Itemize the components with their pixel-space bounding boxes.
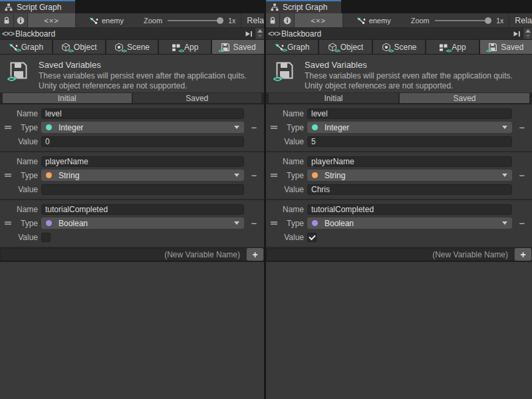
variable-scope-tabs: <> Graph <> Object <> Scene <> App <> Sa… bbox=[0, 40, 264, 55]
variable-value-input[interactable] bbox=[307, 136, 512, 147]
graph-breadcrumb[interactable]: enemy bbox=[89, 13, 124, 27]
variable-name-input[interactable] bbox=[307, 156, 512, 167]
slider-handle[interactable] bbox=[485, 17, 491, 24]
variable-name-input[interactable] bbox=[307, 204, 512, 215]
variable-name-input[interactable] bbox=[41, 204, 244, 215]
tab-saved[interactable]: <> Saved bbox=[480, 40, 532, 54]
lock-button[interactable] bbox=[0, 13, 14, 27]
remove-variable-button[interactable]: − bbox=[246, 170, 262, 182]
zoom-label: Zoom bbox=[411, 17, 430, 25]
tab-script-graph[interactable]: Script Graph bbox=[266, 0, 341, 13]
type-dropdown[interactable]: Integer bbox=[307, 122, 512, 133]
variable-value-input[interactable] bbox=[41, 184, 244, 195]
graph-tab-icon: <> bbox=[9, 43, 18, 51]
scroll-up-icon[interactable] bbox=[257, 29, 263, 33]
chevron-down-icon bbox=[234, 174, 239, 177]
value-label: Value bbox=[266, 137, 304, 146]
type-dropdown[interactable]: Boolean bbox=[41, 217, 244, 229]
value-label: Value bbox=[0, 185, 38, 194]
zoom-value: 1x bbox=[496, 17, 503, 25]
scroll-down-icon[interactable] bbox=[525, 35, 531, 38]
drag-handle-icon[interactable] bbox=[271, 221, 277, 225]
tab-saved-values[interactable]: Saved bbox=[133, 93, 262, 103]
slider-handle[interactable] bbox=[217, 17, 223, 24]
tab-saved-values[interactable]: Saved bbox=[400, 93, 529, 103]
variable-name-input[interactable] bbox=[41, 108, 244, 119]
dock-panel-icon[interactable] bbox=[511, 31, 523, 37]
lock-button[interactable] bbox=[266, 13, 280, 27]
drag-handle-icon[interactable] bbox=[5, 126, 11, 129]
type-color-dot bbox=[46, 124, 52, 130]
variable-name-input[interactable] bbox=[41, 156, 244, 167]
vs-badge-icon: <> bbox=[334, 49, 339, 54]
remove-variable-button[interactable]: − bbox=[246, 217, 262, 229]
graph-name: enemy bbox=[369, 17, 391, 25]
zoom-slider[interactable] bbox=[168, 13, 223, 27]
connector-visibility-button[interactable]: <×> bbox=[28, 13, 76, 27]
graph-node-icon bbox=[356, 17, 366, 25]
variable-row-level: Name Type Integer − Value bbox=[266, 104, 532, 152]
saved-variables-icon: <> bbox=[9, 61, 29, 80]
type-dropdown[interactable]: Boolean bbox=[307, 217, 512, 229]
dock-panel-icon[interactable] bbox=[243, 31, 255, 37]
remove-variable-button[interactable]: − bbox=[514, 122, 530, 134]
vs-badge-icon: <> bbox=[68, 49, 73, 54]
chevron-down-icon bbox=[234, 126, 239, 129]
variable-value-input[interactable] bbox=[41, 136, 244, 147]
new-variable-row: + bbox=[0, 248, 264, 262]
boolean-value-checkbox[interactable] bbox=[307, 233, 317, 242]
drag-handle-icon[interactable] bbox=[5, 174, 11, 177]
variable-value-input[interactable] bbox=[307, 184, 512, 195]
add-variable-button[interactable]: + bbox=[515, 248, 531, 261]
tab-object[interactable]: <> Object bbox=[319, 40, 371, 54]
tab-scene[interactable]: <> Scene bbox=[373, 40, 425, 54]
lock-icon bbox=[269, 17, 277, 25]
scene-tab-icon: <> bbox=[114, 43, 124, 52]
tab-app[interactable]: <> App bbox=[426, 40, 478, 54]
drag-handle-icon[interactable] bbox=[271, 126, 277, 129]
type-color-dot bbox=[46, 220, 52, 226]
variable-name-input[interactable] bbox=[307, 108, 512, 119]
boolean-value-checkbox[interactable] bbox=[41, 233, 51, 242]
tab-scene[interactable]: <> Scene bbox=[106, 40, 158, 54]
section-description-line2: Unity object references are not supporte… bbox=[39, 81, 247, 91]
tab-saved[interactable]: <> Saved bbox=[212, 40, 264, 54]
tab-object[interactable]: <> Object bbox=[53, 40, 105, 54]
scroll-arrows[interactable] bbox=[523, 28, 532, 39]
graph-canvas-empty[interactable] bbox=[266, 262, 532, 399]
type-dropdown[interactable]: String bbox=[41, 170, 244, 181]
drag-handle-icon[interactable] bbox=[5, 221, 11, 225]
tab-initial[interactable]: Initial bbox=[269, 93, 398, 103]
scroll-down-icon[interactable] bbox=[257, 35, 263, 38]
add-variable-button[interactable]: + bbox=[247, 248, 263, 261]
scroll-up-icon[interactable] bbox=[525, 29, 531, 33]
type-dropdown[interactable]: Integer bbox=[41, 122, 244, 133]
zoom-slider[interactable] bbox=[435, 13, 491, 27]
blackboard-icon: <×> bbox=[2, 29, 14, 39]
info-button[interactable] bbox=[14, 13, 28, 27]
remove-variable-button[interactable]: − bbox=[514, 217, 530, 229]
relations-button[interactable]: Rela bbox=[241, 16, 264, 25]
drag-handle-icon[interactable] bbox=[271, 174, 277, 177]
scroll-arrows[interactable] bbox=[255, 28, 264, 39]
tab-app[interactable]: <> App bbox=[159, 40, 211, 54]
info-button[interactable] bbox=[280, 13, 294, 27]
remove-variable-button[interactable]: − bbox=[514, 170, 530, 182]
tab-graph[interactable]: <> Graph bbox=[0, 40, 52, 54]
graph-canvas-empty[interactable] bbox=[0, 262, 264, 399]
graph-breadcrumb[interactable]: enemy bbox=[356, 13, 391, 27]
script-graph-icon bbox=[5, 3, 13, 11]
tab-initial[interactable]: Initial bbox=[3, 93, 132, 103]
new-variable-name-input[interactable] bbox=[0, 248, 245, 261]
relations-button[interactable]: Rela bbox=[509, 16, 532, 25]
variable-row-tutorialCompleted: Name Type Boolean − Value bbox=[266, 200, 532, 248]
new-variable-name-input[interactable] bbox=[266, 248, 513, 261]
tab-script-graph[interactable]: Script Graph bbox=[0, 0, 75, 13]
scene-tab-icon: <> bbox=[382, 43, 391, 52]
connector-visibility-button[interactable]: <×> bbox=[295, 13, 343, 27]
tab-graph[interactable]: <> Graph bbox=[266, 40, 318, 54]
remove-variable-button[interactable]: − bbox=[246, 122, 262, 134]
header-text: Saved Variables These variables will per… bbox=[39, 60, 247, 92]
name-label: Name bbox=[0, 109, 38, 118]
type-dropdown[interactable]: String bbox=[307, 170, 512, 181]
